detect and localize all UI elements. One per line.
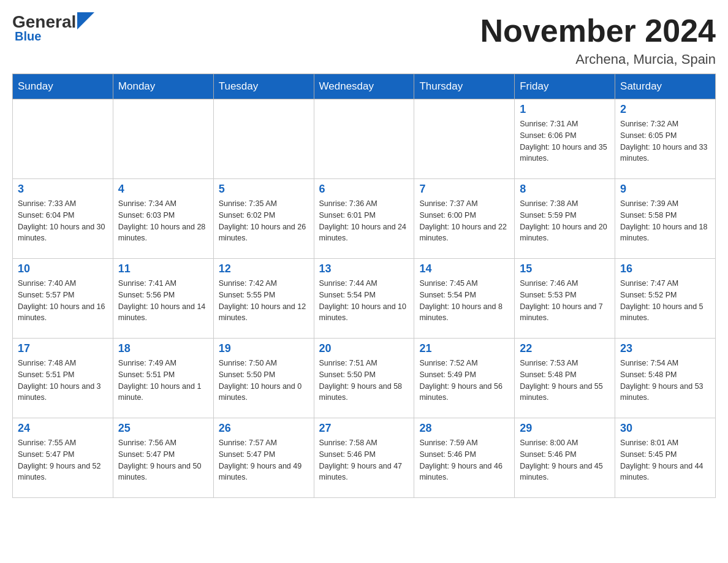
day-info: Sunrise: 7:34 AMSunset: 6:03 PMDaylight:… bbox=[118, 198, 208, 244]
day-info: Sunrise: 8:00 AMSunset: 5:46 PMDaylight:… bbox=[520, 437, 610, 483]
weekday-header-saturday: Saturday bbox=[615, 74, 716, 99]
logo: General Blue bbox=[12, 12, 94, 44]
day-number: 10 bbox=[18, 262, 108, 275]
calendar-cell: 20Sunrise: 7:51 AMSunset: 5:50 PMDayligh… bbox=[314, 339, 414, 418]
calendar-cell: 3Sunrise: 7:33 AMSunset: 6:04 PMDaylight… bbox=[13, 179, 113, 259]
calendar-cell: 23Sunrise: 7:54 AMSunset: 5:48 PMDayligh… bbox=[615, 339, 716, 418]
day-number: 4 bbox=[118, 183, 208, 196]
day-number: 13 bbox=[319, 262, 409, 275]
calendar-cell: 13Sunrise: 7:44 AMSunset: 5:54 PMDayligh… bbox=[314, 259, 414, 339]
day-number: 9 bbox=[620, 183, 710, 196]
calendar-cell bbox=[414, 99, 515, 179]
weekday-header-sunday: Sunday bbox=[13, 74, 113, 99]
calendar-cell: 18Sunrise: 7:49 AMSunset: 5:51 PMDayligh… bbox=[113, 339, 213, 418]
weekday-header-tuesday: Tuesday bbox=[213, 74, 314, 99]
calendar-cell: 15Sunrise: 7:46 AMSunset: 5:53 PMDayligh… bbox=[515, 259, 615, 339]
day-info: Sunrise: 7:40 AMSunset: 5:57 PMDaylight:… bbox=[18, 278, 108, 324]
calendar-cell: 12Sunrise: 7:42 AMSunset: 5:55 PMDayligh… bbox=[213, 259, 314, 339]
day-info: Sunrise: 7:44 AMSunset: 5:54 PMDaylight:… bbox=[319, 278, 409, 324]
day-info: Sunrise: 7:59 AMSunset: 5:46 PMDaylight:… bbox=[419, 437, 509, 483]
calendar-cell: 1Sunrise: 7:31 AMSunset: 6:06 PMDaylight… bbox=[515, 99, 615, 179]
day-number: 19 bbox=[219, 342, 309, 355]
weekday-header-wednesday: Wednesday bbox=[314, 74, 414, 99]
day-info: Sunrise: 7:37 AMSunset: 6:00 PMDaylight:… bbox=[419, 198, 509, 244]
week-row-5: 24Sunrise: 7:55 AMSunset: 5:47 PMDayligh… bbox=[13, 418, 716, 498]
day-info: Sunrise: 7:36 AMSunset: 6:01 PMDaylight:… bbox=[319, 198, 409, 244]
day-info: Sunrise: 7:56 AMSunset: 5:47 PMDaylight:… bbox=[118, 437, 208, 483]
day-number: 20 bbox=[319, 342, 409, 355]
day-number: 27 bbox=[319, 422, 409, 435]
day-number: 8 bbox=[520, 183, 610, 196]
logo-triangle-icon bbox=[77, 12, 94, 29]
day-number: 12 bbox=[219, 262, 309, 275]
day-number: 2 bbox=[620, 103, 710, 116]
calendar-cell: 10Sunrise: 7:40 AMSunset: 5:57 PMDayligh… bbox=[13, 259, 113, 339]
day-info: Sunrise: 7:46 AMSunset: 5:53 PMDaylight:… bbox=[520, 278, 610, 324]
calendar-cell: 7Sunrise: 7:37 AMSunset: 6:00 PMDaylight… bbox=[414, 179, 515, 259]
day-number: 23 bbox=[620, 342, 710, 355]
day-number: 11 bbox=[118, 262, 208, 275]
calendar-cell bbox=[213, 99, 314, 179]
day-number: 17 bbox=[18, 342, 108, 355]
day-info: Sunrise: 7:48 AMSunset: 5:51 PMDaylight:… bbox=[18, 358, 108, 404]
day-number: 7 bbox=[419, 183, 509, 196]
day-number: 25 bbox=[118, 422, 208, 435]
calendar-cell: 17Sunrise: 7:48 AMSunset: 5:51 PMDayligh… bbox=[13, 339, 113, 418]
day-info: Sunrise: 7:54 AMSunset: 5:48 PMDaylight:… bbox=[620, 358, 710, 404]
day-number: 29 bbox=[520, 422, 610, 435]
weekday-header-row: SundayMondayTuesdayWednesdayThursdayFrid… bbox=[13, 74, 716, 99]
day-info: Sunrise: 7:42 AMSunset: 5:55 PMDaylight:… bbox=[219, 278, 309, 324]
calendar-cell: 25Sunrise: 7:56 AMSunset: 5:47 PMDayligh… bbox=[113, 418, 213, 498]
calendar-cell: 21Sunrise: 7:52 AMSunset: 5:49 PMDayligh… bbox=[414, 339, 515, 418]
day-info: Sunrise: 7:39 AMSunset: 5:58 PMDaylight:… bbox=[620, 198, 710, 244]
calendar-cell: 6Sunrise: 7:36 AMSunset: 6:01 PMDaylight… bbox=[314, 179, 414, 259]
day-number: 26 bbox=[219, 422, 309, 435]
day-number: 3 bbox=[18, 183, 108, 196]
day-info: Sunrise: 7:35 AMSunset: 6:02 PMDaylight:… bbox=[219, 198, 309, 244]
day-number: 15 bbox=[520, 262, 610, 275]
weekday-header-thursday: Thursday bbox=[414, 74, 515, 99]
day-number: 21 bbox=[419, 342, 509, 355]
calendar-cell: 9Sunrise: 7:39 AMSunset: 5:58 PMDaylight… bbox=[615, 179, 716, 259]
day-info: Sunrise: 7:49 AMSunset: 5:51 PMDaylight:… bbox=[118, 358, 208, 404]
calendar-cell: 8Sunrise: 7:38 AMSunset: 5:59 PMDaylight… bbox=[515, 179, 615, 259]
calendar-cell: 16Sunrise: 7:47 AMSunset: 5:52 PMDayligh… bbox=[615, 259, 716, 339]
page-header: General Blue November 2024 Archena, Murc… bbox=[12, 12, 716, 67]
calendar-cell: 22Sunrise: 7:53 AMSunset: 5:48 PMDayligh… bbox=[515, 339, 615, 418]
calendar-cell bbox=[314, 99, 414, 179]
location: Archena, Murcia, Spain bbox=[480, 52, 716, 67]
weekday-header-friday: Friday bbox=[515, 74, 615, 99]
day-info: Sunrise: 7:32 AMSunset: 6:05 PMDaylight:… bbox=[620, 118, 710, 164]
calendar-cell: 26Sunrise: 7:57 AMSunset: 5:47 PMDayligh… bbox=[213, 418, 314, 498]
day-info: Sunrise: 7:47 AMSunset: 5:52 PMDaylight:… bbox=[620, 278, 710, 324]
day-info: Sunrise: 7:38 AMSunset: 5:59 PMDaylight:… bbox=[520, 198, 610, 244]
day-number: 30 bbox=[620, 422, 710, 435]
calendar-cell: 28Sunrise: 7:59 AMSunset: 5:46 PMDayligh… bbox=[414, 418, 515, 498]
week-row-2: 3Sunrise: 7:33 AMSunset: 6:04 PMDaylight… bbox=[13, 179, 716, 259]
calendar-cell: 29Sunrise: 8:00 AMSunset: 5:46 PMDayligh… bbox=[515, 418, 615, 498]
week-row-3: 10Sunrise: 7:40 AMSunset: 5:57 PMDayligh… bbox=[13, 259, 716, 339]
logo-blue: Blue bbox=[15, 29, 41, 44]
calendar-cell bbox=[13, 99, 113, 179]
day-info: Sunrise: 7:52 AMSunset: 5:49 PMDaylight:… bbox=[419, 358, 509, 404]
day-info: Sunrise: 7:58 AMSunset: 5:46 PMDaylight:… bbox=[319, 437, 409, 483]
calendar-cell: 11Sunrise: 7:41 AMSunset: 5:56 PMDayligh… bbox=[113, 259, 213, 339]
day-number: 6 bbox=[319, 183, 409, 196]
day-number: 18 bbox=[118, 342, 208, 355]
day-info: Sunrise: 7:53 AMSunset: 5:48 PMDaylight:… bbox=[520, 358, 610, 404]
day-number: 14 bbox=[419, 262, 509, 275]
day-info: Sunrise: 8:01 AMSunset: 5:45 PMDaylight:… bbox=[620, 437, 710, 483]
day-info: Sunrise: 7:45 AMSunset: 5:54 PMDaylight:… bbox=[419, 278, 509, 324]
day-info: Sunrise: 7:41 AMSunset: 5:56 PMDaylight:… bbox=[118, 278, 208, 324]
day-number: 1 bbox=[520, 103, 610, 116]
calendar-cell: 4Sunrise: 7:34 AMSunset: 6:03 PMDaylight… bbox=[113, 179, 213, 259]
calendar-cell: 30Sunrise: 8:01 AMSunset: 5:45 PMDayligh… bbox=[615, 418, 716, 498]
calendar-cell: 19Sunrise: 7:50 AMSunset: 5:50 PMDayligh… bbox=[213, 339, 314, 418]
calendar-cell: 5Sunrise: 7:35 AMSunset: 6:02 PMDaylight… bbox=[213, 179, 314, 259]
calendar-cell: 24Sunrise: 7:55 AMSunset: 5:47 PMDayligh… bbox=[13, 418, 113, 498]
day-info: Sunrise: 7:50 AMSunset: 5:50 PMDaylight:… bbox=[219, 358, 309, 404]
day-info: Sunrise: 7:55 AMSunset: 5:47 PMDaylight:… bbox=[18, 437, 108, 483]
day-number: 28 bbox=[419, 422, 509, 435]
day-number: 16 bbox=[620, 262, 710, 275]
day-info: Sunrise: 7:57 AMSunset: 5:47 PMDaylight:… bbox=[219, 437, 309, 483]
